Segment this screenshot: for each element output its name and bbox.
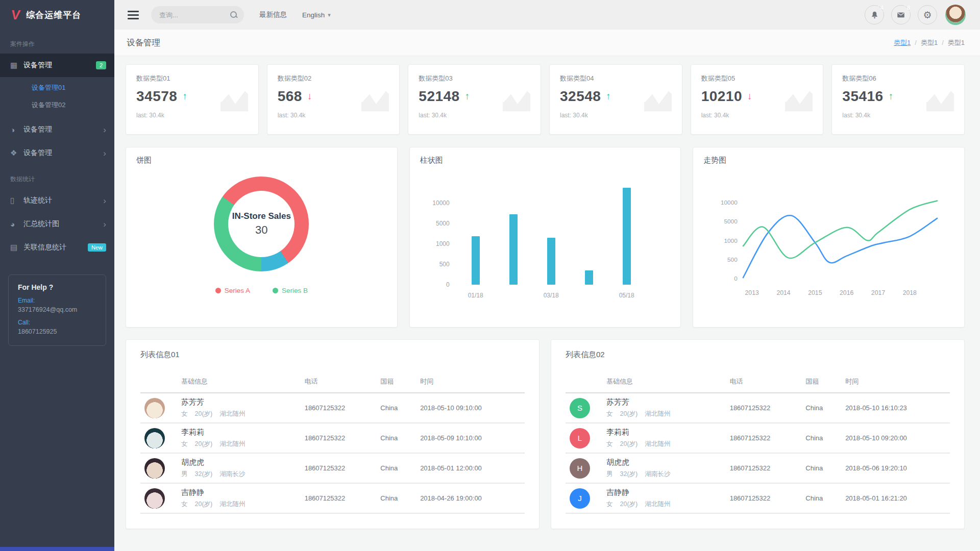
line-chart[interactable]: 0500100050001000020132014201520162017201… bbox=[703, 168, 954, 302]
messages-button[interactable]: 8 bbox=[891, 5, 911, 24]
column-header: 时间 bbox=[841, 371, 950, 393]
tables-row: 列表信息01基础信息电话国籍时间苏芳芳女20(岁)湖北随州18607125322… bbox=[126, 339, 965, 529]
breadcrumb-item[interactable]: 类型1 bbox=[948, 38, 965, 47]
sidebar-nav: 案件操作▦设备管理2设备管理01设备管理02◑设备管理›❖设备管理›数据统计▯轨… bbox=[0, 30, 114, 259]
person-sub-info: 女20(岁)湖北随州 bbox=[606, 440, 722, 448]
x-tick-label: 03/18 bbox=[532, 292, 570, 299]
person-sub-field: 20(岁) bbox=[620, 410, 638, 417]
donut-chart[interactable]: IN-Store Sales 30 bbox=[214, 177, 309, 271]
person-sub-field: 湖北随州 bbox=[219, 440, 245, 447]
mini-area-chart-icon bbox=[218, 86, 250, 116]
person-sub-field: 女 bbox=[181, 440, 188, 447]
phone-cell: 18607125322 bbox=[301, 423, 377, 453]
logo[interactable]: V 综合运维平台 bbox=[0, 0, 114, 30]
x-tick-label: 01/18 bbox=[457, 292, 495, 299]
latest-info-link[interactable]: 最新信息 bbox=[259, 10, 287, 19]
table-row: 苏芳芳女20(岁)湖北随州18607125322China2018-05-10 … bbox=[140, 393, 525, 423]
avatar-cell: S bbox=[566, 393, 602, 423]
stat-card-label: 数据类型01 bbox=[136, 74, 249, 83]
column-header: 基础信息 bbox=[602, 371, 726, 393]
menu-toggle-icon[interactable] bbox=[128, 9, 139, 21]
stat-card-label: 数据类型02 bbox=[278, 74, 390, 83]
user-avatar[interactable] bbox=[945, 5, 966, 25]
person-name: 苏芳芳 bbox=[606, 397, 722, 407]
stat-card: 数据类型0510210↓last: 30.4k bbox=[691, 64, 824, 135]
legend-item[interactable]: Series A bbox=[215, 287, 250, 294]
stat-card-label: 数据类型05 bbox=[701, 74, 814, 83]
time-cell: 2018-05-01 12:00:00 bbox=[416, 453, 525, 483]
language-select[interactable]: English ▾ bbox=[302, 11, 331, 19]
sidebar-section-label: 案件操作 bbox=[0, 30, 114, 54]
help-call-label: Call: bbox=[18, 319, 96, 326]
table-row: H胡虎虎男32(岁)湖南长沙18607125322China2018-05-06… bbox=[566, 453, 950, 483]
track-icon: ▯ bbox=[10, 196, 23, 205]
basic-info-cell: 吉静静女20(岁)湖北随州 bbox=[602, 483, 726, 513]
search-box[interactable] bbox=[151, 6, 244, 23]
y-tick-label: 5000 bbox=[724, 218, 738, 224]
sidebar-subitem[interactable]: 设备管理02 bbox=[0, 96, 114, 114]
avatar-cell bbox=[140, 483, 177, 513]
x-tick-label: 2013 bbox=[745, 289, 759, 296]
pie-chart-card: 饼图 IN-Store Sales 30 Series ASeries B bbox=[126, 147, 398, 328]
phone-cell: 18607125322 bbox=[726, 483, 802, 513]
layers-icon: ❖ bbox=[10, 148, 23, 158]
sidebar-item[interactable]: ◑设备管理› bbox=[0, 118, 114, 141]
bar-chart-body: 05001000500010000 bbox=[425, 183, 668, 285]
avatar-cell: H bbox=[566, 453, 602, 483]
sidebar-subitem[interactable]: 设备管理01 bbox=[0, 79, 114, 96]
person-sub-info: 女20(岁)湖北随州 bbox=[181, 500, 297, 509]
y-tick-label: 10000 bbox=[432, 199, 449, 207]
search-input[interactable] bbox=[159, 11, 230, 19]
sidebar-item[interactable]: ▯轨迹统计› bbox=[0, 189, 114, 212]
breadcrumb-item[interactable]: 类型1 bbox=[894, 38, 911, 47]
table-card-2: 列表信息02基础信息电话国籍时间S苏芳芳女20(岁)湖北随州1860712532… bbox=[551, 339, 965, 529]
bar bbox=[623, 188, 631, 285]
table-row: S苏芳芳女20(岁)湖北随州18607125322China2018-05-10… bbox=[566, 393, 950, 423]
stat-card-label: 数据类型06 bbox=[842, 74, 955, 83]
topbar: 最新信息 English ▾ 4 8 ⚙ bbox=[114, 0, 980, 30]
letter-avatar: H bbox=[570, 458, 590, 479]
sidebar-item-label: 设备管理 bbox=[23, 125, 103, 134]
avatar bbox=[144, 458, 165, 479]
mail-icon bbox=[896, 10, 905, 19]
person-name: 李莉莉 bbox=[606, 428, 722, 437]
mini-area-chart-icon bbox=[359, 86, 391, 116]
column-header: 时间 bbox=[416, 371, 525, 393]
bar-chart[interactable]: 0500100050001000001/1803/1805/18 bbox=[420, 165, 671, 299]
person-sub-field: 湖南长沙 bbox=[219, 470, 245, 478]
breadcrumb-item[interactable]: 类型1 bbox=[921, 38, 938, 47]
person-sub-field: 女 bbox=[181, 500, 188, 508]
x-tick-label bbox=[495, 292, 532, 299]
bar bbox=[472, 236, 480, 285]
person-name: 胡虎虎 bbox=[181, 458, 297, 467]
settings-button[interactable]: ⚙ bbox=[918, 5, 937, 24]
trend-down-icon: ↓ bbox=[307, 91, 312, 102]
table-title: 列表信息02 bbox=[566, 350, 950, 360]
search-icon[interactable] bbox=[230, 11, 238, 19]
stat-card-value: 52148 bbox=[419, 88, 459, 105]
sidebar-item-badge: 2 bbox=[96, 61, 106, 69]
stat-cards-row: 数据类型0134578↑last: 30.4k数据类型02568↓last: 3… bbox=[126, 64, 965, 135]
series-blue bbox=[743, 215, 937, 278]
avatar-cell bbox=[140, 453, 177, 483]
bar-plot-area[interactable] bbox=[457, 183, 646, 285]
sidebar-item[interactable]: ▦设备管理2 bbox=[0, 54, 114, 77]
chevron-right-icon: › bbox=[103, 126, 106, 134]
letter-avatar: S bbox=[570, 398, 590, 418]
sidebar-item[interactable]: ▤关联信息统计New bbox=[0, 236, 114, 259]
basic-info-cell: 胡虎虎男32(岁)湖南长沙 bbox=[602, 453, 726, 483]
legend-item[interactable]: Series B bbox=[273, 287, 308, 294]
sidebar-item[interactable]: ◕汇总统计图› bbox=[0, 212, 114, 236]
pie-chart-title: 饼图 bbox=[136, 156, 387, 165]
help-email-label: Email: bbox=[18, 297, 96, 304]
person-sub-field: 湖北随州 bbox=[645, 410, 670, 417]
basic-info-cell: 苏芳芳女20(岁)湖北随州 bbox=[602, 393, 726, 423]
stat-card: 数据类型0352148↑last: 30.4k bbox=[408, 64, 541, 135]
help-box: For Help ? Email: 337176924@qq.com Call:… bbox=[8, 274, 106, 346]
basic-info-cell: 胡虎虎男32(岁)湖南长沙 bbox=[177, 453, 301, 483]
sidebar-item-label: 轨迹统计 bbox=[23, 196, 103, 205]
notifications-button[interactable]: 4 bbox=[865, 5, 884, 24]
column-header bbox=[566, 371, 602, 393]
sidebar-item[interactable]: ❖设备管理› bbox=[0, 141, 114, 165]
donut-center: IN-Store Sales 30 bbox=[228, 191, 295, 257]
